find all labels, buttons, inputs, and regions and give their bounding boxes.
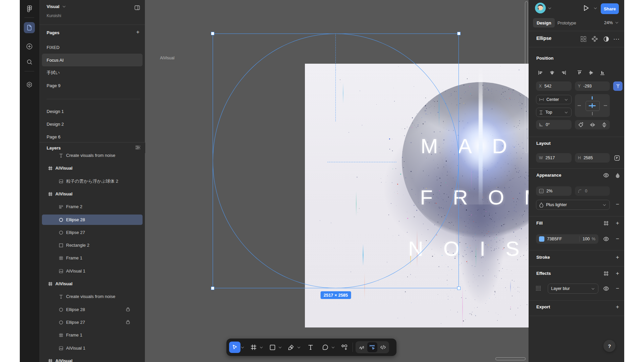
add-button[interactable]: [24, 41, 35, 52]
selection-handle-top-right[interactable]: [457, 32, 461, 35]
layer-row[interactable]: Frame 1: [42, 330, 143, 340]
align-vertical-center-icon[interactable]: [585, 68, 597, 77]
actions-diamond-icon[interactable]: [591, 35, 599, 43]
shape-tool[interactable]: [267, 342, 278, 353]
height-field[interactable]: H 2585: [575, 153, 610, 163]
draw-annotate-tool[interactable]: [357, 342, 367, 352]
effect-type-dropdown[interactable]: Layer blur: [548, 284, 598, 294]
help-button[interactable]: ?: [603, 340, 615, 352]
remove-fill-button[interactable]: −: [613, 235, 622, 243]
fill-swatch[interactable]: [539, 236, 544, 242]
add-export-button[interactable]: +: [613, 303, 622, 311]
effect-styles-dots-icon[interactable]: [602, 269, 610, 278]
fill-visibility-eye-icon[interactable]: [602, 235, 610, 243]
fill-row[interactable]: 73B5FF 100 %: [536, 234, 598, 244]
lock-icon[interactable]: [126, 320, 130, 324]
frame-tool-chevron-icon[interactable]: [260, 346, 263, 349]
flip-horizontal-icon[interactable]: [590, 123, 595, 127]
share-button[interactable]: Share: [601, 3, 619, 14]
y-position-field[interactable]: Y -293: [575, 81, 610, 91]
vertical-scrollbar[interactable]: [525, 1, 528, 153]
shape-tool-chevron-icon[interactable]: [279, 346, 281, 349]
collapse-sidebar-icon[interactable]: [134, 5, 140, 11]
effect-visibility-eye-icon[interactable]: [602, 285, 610, 293]
blend-droplet-icon[interactable]: [613, 171, 622, 179]
dev-mode-toggle[interactable]: [378, 342, 388, 352]
file-name-menu[interactable]: Visual: [47, 4, 66, 9]
more-options-icon[interactable]: ···: [613, 35, 621, 43]
actions-tool[interactable]: [338, 342, 350, 353]
avatar[interactable]: [535, 3, 546, 13]
remove-effect-button[interactable]: −: [613, 285, 622, 293]
tab-design[interactable]: Design: [533, 18, 555, 27]
file-panel-button[interactable]: [24, 22, 35, 33]
layer-row[interactable]: Ellipse 27: [42, 227, 143, 238]
x-position-field[interactable]: X 542: [536, 81, 572, 91]
canvas[interactable]: AiVisual MADE FROM NOISE 2517 × 2585: [145, 0, 529, 362]
align-left-icon[interactable]: [535, 68, 546, 77]
selection-handle-bottom-left[interactable]: [211, 287, 214, 290]
rotate-icon[interactable]: [578, 122, 583, 127]
present-chevron-icon[interactable]: [594, 7, 597, 9]
selection-handle-bottom-right[interactable]: [457, 287, 461, 290]
comment-tool-chevron-icon[interactable]: [332, 346, 334, 349]
opacity-field[interactable]: 2%: [536, 186, 572, 196]
present-button[interactable]: [582, 4, 590, 12]
comment-tool[interactable]: [320, 342, 331, 353]
avatar-chevron-icon[interactable]: [548, 7, 551, 9]
aspect-ratio-lock-icon[interactable]: [613, 154, 621, 162]
page-item[interactable]: FIXED: [42, 41, 143, 54]
remove-blend-button[interactable]: −: [613, 200, 622, 208]
frame-tool[interactable]: [248, 342, 259, 353]
page-item[interactable]: Page 6: [42, 130, 143, 143]
page-item[interactable]: Design 2: [42, 118, 143, 130]
align-horizontal-center-icon[interactable]: [546, 68, 558, 77]
layer-row[interactable]: Ellipse 27: [42, 317, 143, 327]
page-item[interactable]: 手拭い: [42, 66, 143, 79]
layer-list-options-icon[interactable]: [135, 145, 141, 150]
figma-logo-icon[interactable]: [24, 3, 35, 14]
layer-row[interactable]: Create visuals from noise: [42, 291, 143, 302]
align-top-icon[interactable]: [574, 68, 585, 77]
zoom-menu[interactable]: 24%: [604, 20, 619, 25]
eye-icon[interactable]: [602, 171, 610, 179]
layer-row[interactable]: Frame 1: [42, 253, 143, 263]
mask-half-circle-icon[interactable]: [602, 35, 610, 43]
selection-handle-top-left[interactable]: [211, 32, 214, 35]
page-item[interactable]: Page 9: [42, 79, 143, 92]
tab-prototype[interactable]: Prototype: [554, 18, 580, 27]
flip-vertical-icon[interactable]: [602, 122, 606, 127]
page-item[interactable]: Focus AI: [42, 54, 143, 66]
layer-row[interactable]: AiVisual 1: [42, 343, 143, 353]
move-tool-chevron-icon[interactable]: [241, 346, 244, 349]
text-tool[interactable]: [305, 342, 316, 353]
align-bottom-icon[interactable]: [597, 68, 608, 77]
search-icon[interactable]: [24, 56, 35, 67]
measure-tool[interactable]: [367, 342, 377, 352]
layer-row[interactable]: Rectangle 2: [42, 240, 143, 250]
layer-row[interactable]: AiVisual: [42, 163, 143, 173]
add-fill-button[interactable]: +: [613, 219, 622, 227]
add-page-button[interactable]: +: [136, 29, 140, 36]
add-effect-button[interactable]: +: [613, 269, 622, 278]
pen-tool[interactable]: [285, 342, 297, 353]
layer-row[interactable]: Ellipse 28: [42, 304, 143, 315]
corner-radius-field[interactable]: 0: [575, 186, 610, 196]
lock-icon[interactable]: [126, 307, 130, 311]
layer-row[interactable]: AiVisual: [42, 189, 143, 199]
layer-row[interactable]: 粒子の雲から浮かぶ球体 2: [42, 176, 143, 186]
add-stroke-button[interactable]: +: [613, 253, 622, 261]
layer-row[interactable]: AiVisual: [42, 279, 143, 289]
page-item[interactable]: Design 1: [42, 105, 143, 118]
horizontal-scrollbar[interactable]: [495, 357, 526, 360]
blend-mode-dropdown[interactable]: Plus lighter: [536, 200, 610, 210]
layer-row[interactable]: AiVisual: [42, 356, 143, 362]
pen-tool-chevron-icon[interactable]: [298, 346, 300, 349]
assets-icon[interactable]: [24, 79, 35, 90]
layer-row[interactable]: Frame 2: [42, 201, 143, 212]
move-tool[interactable]: [229, 342, 240, 353]
vertical-constraint-dropdown[interactable]: Top: [536, 108, 572, 117]
frame-title[interactable]: AiVisual: [160, 56, 174, 60]
rotation-field[interactable]: 0°: [536, 120, 572, 129]
layer-row[interactable]: Ellipse 28: [42, 215, 143, 225]
